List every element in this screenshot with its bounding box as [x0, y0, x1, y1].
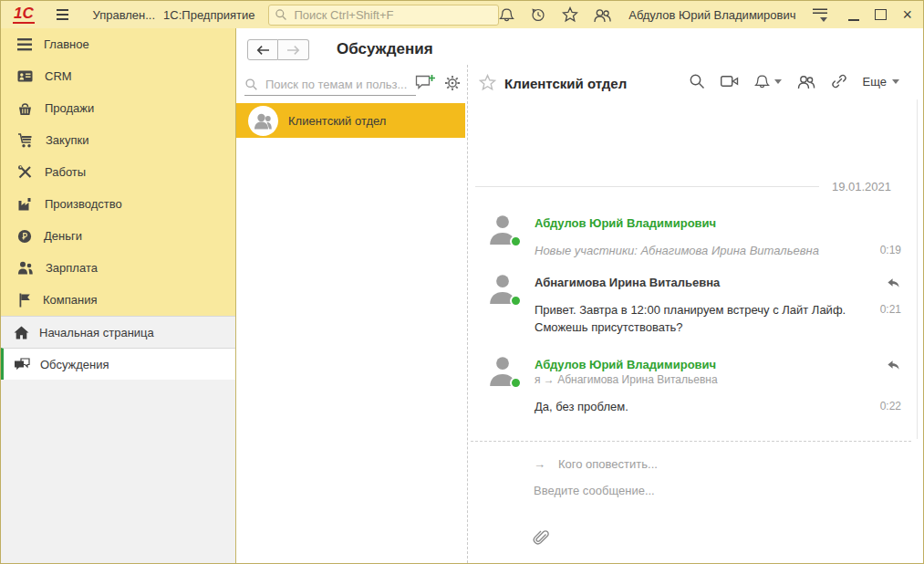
- message-text: Привет. Завтра в 12:00 планируем встречу…: [535, 301, 879, 336]
- app-window: 1С Управлен... 1С:Предприятие Абдулов Юр…: [0, 0, 924, 564]
- forward-button[interactable]: [278, 39, 309, 60]
- sidebar-item-company[interactable]: Компания: [1, 284, 235, 316]
- video-call-icon[interactable]: [721, 74, 739, 89]
- nav-buttons: [247, 39, 309, 60]
- more-menu[interactable]: Еще: [863, 75, 899, 89]
- message-time: 0:19: [880, 242, 901, 256]
- chevron-down-icon: [892, 79, 899, 84]
- reply-icon[interactable]: [886, 276, 901, 289]
- back-button[interactable]: [247, 39, 278, 60]
- chevron-down-icon: [774, 79, 782, 84]
- message: Абдулов Юрий Владимирович Новые участник…: [486, 216, 901, 259]
- message-author[interactable]: Абнагимова Ирина Витальевна: [535, 276, 901, 289]
- flag-icon: [17, 293, 31, 308]
- sidebar-item-label: CRM: [45, 69, 72, 83]
- page-title: Обсуждения: [337, 40, 433, 58]
- sidebar-item-crm[interactable]: CRM: [1, 60, 235, 92]
- discussion-search[interactable]: [244, 73, 416, 96]
- cart-icon: [17, 133, 34, 148]
- titlebar: 1С Управлен... 1С:Предприятие Абдулов Юр…: [1, 1, 923, 29]
- sidebar-item-main[interactable]: Главное: [1, 28, 235, 60]
- sidebar-item-home[interactable]: Начальная страница: [1, 316, 235, 348]
- message-text: Да, без проблем.: [535, 398, 628, 415]
- scrollbar[interactable]: [917, 99, 918, 439]
- 1c-logo: 1С: [13, 5, 35, 24]
- panel-settings-icon[interactable]: [813, 8, 827, 22]
- online-status-dot: [510, 235, 522, 247]
- message-author[interactable]: Абдулов Юрий Владимирович: [535, 216, 901, 230]
- main-menu-icon[interactable]: [57, 6, 69, 23]
- sidebar-item-sales[interactable]: Продажи: [1, 92, 235, 124]
- factory-icon: [17, 197, 33, 211]
- menu-lines-icon: [17, 38, 32, 51]
- message: Абнагимова Ирина Витальевна Привет. Завт…: [486, 276, 901, 336]
- sidebar-item-salary[interactable]: Зарплата: [1, 252, 235, 284]
- notifications-bell-icon[interactable]: [499, 7, 514, 23]
- link-icon[interactable]: [831, 73, 847, 89]
- online-status-dot: [510, 295, 522, 307]
- group-avatar: [248, 106, 278, 136]
- message-recipient: я → Абнагимова Ирина Витальевна: [535, 373, 901, 386]
- notify-whom-field[interactable]: → Кого оповестить...: [534, 457, 658, 471]
- people-icon: [17, 261, 34, 275]
- sidebar-item-label: Продажи: [45, 101, 94, 115]
- message-input[interactable]: Введите сообщение...: [534, 484, 807, 497]
- favorites-star-icon[interactable]: [562, 6, 578, 23]
- tools-icon: [17, 165, 33, 180]
- sidebar-item-label: Главное: [44, 37, 89, 51]
- contact-card-icon: [17, 69, 33, 83]
- message-author[interactable]: Абдулов Юрий Владимирович: [535, 358, 901, 371]
- global-search[interactable]: [268, 5, 499, 26]
- history-icon[interactable]: [530, 6, 546, 23]
- home-icon: [14, 326, 29, 339]
- participants-icon[interactable]: [797, 74, 815, 89]
- sidebar-sections: Главное CRM Продажи Закупки Работы Произ…: [1, 28, 235, 316]
- minimize-button[interactable]: [848, 9, 859, 21]
- sidebar-item-purchases[interactable]: Закупки: [1, 124, 235, 156]
- user-avatar: [488, 355, 519, 388]
- online-status-dot: [510, 377, 522, 389]
- sidebar-item-works[interactable]: Работы: [1, 156, 235, 188]
- users-icon[interactable]: [594, 7, 611, 23]
- maximize-button[interactable]: [875, 9, 887, 20]
- app-name: 1С:Предприятие: [163, 8, 254, 22]
- sidebar-item-label: Начальная страница: [39, 326, 154, 339]
- message: Абдулов Юрий Владимирович я → Абнагимова…: [486, 358, 901, 415]
- global-search-input[interactable]: [292, 7, 493, 23]
- message-time: 0:21: [880, 301, 901, 316]
- current-user-name[interactable]: Абдулов Юрий Владимирович: [628, 8, 795, 22]
- user-avatar: [488, 214, 519, 246]
- search-icon: [275, 8, 287, 21]
- window-title: Управлен...: [92, 8, 155, 22]
- ruble-coin-icon: [17, 229, 32, 244]
- chat-search-icon[interactable]: [689, 73, 705, 89]
- sidebar-item-discussions[interactable]: Обсуждения: [1, 348, 235, 380]
- sidebar-item-label: Работы: [45, 165, 86, 179]
- composer-separator: [471, 441, 911, 442]
- discussion-search-input[interactable]: [264, 77, 428, 92]
- discussion-list-item[interactable]: Клиентский отдел: [236, 103, 465, 138]
- sidebar-item-label: Компания: [43, 293, 98, 307]
- chat-panel: Клиентский отдел Е: [467, 65, 923, 563]
- more-label: Еще: [863, 75, 887, 89]
- search-icon: [244, 78, 258, 91]
- chat-title: Клиентский отдел: [504, 76, 627, 91]
- reply-icon[interactable]: [886, 358, 901, 371]
- close-button[interactable]: ×: [902, 7, 912, 22]
- sidebar-item-label: Зарплата: [46, 261, 98, 275]
- discussion-title: Клиентский отдел: [288, 114, 386, 128]
- sidebar: Главное CRM Продажи Закупки Работы Произ…: [1, 28, 236, 563]
- user-avatar: [488, 273, 519, 306]
- attach-paperclip-icon[interactable]: [532, 528, 550, 547]
- sidebar-item-production[interactable]: Производство: [1, 188, 235, 220]
- message-time: 0:22: [880, 398, 901, 413]
- sidebar-item-label: Деньги: [44, 229, 82, 243]
- new-discussion-icon[interactable]: [415, 74, 436, 91]
- chat-notifications-icon[interactable]: [754, 74, 782, 89]
- sidebar-item-money[interactable]: Деньги: [1, 220, 235, 252]
- sidebar-item-label: Закупки: [46, 133, 88, 147]
- favorite-star-icon[interactable]: [479, 74, 496, 91]
- date-label: 19.01.2021: [832, 180, 891, 193]
- date-separator: 19.01.2021: [475, 180, 891, 193]
- settings-gear-icon[interactable]: [444, 75, 461, 91]
